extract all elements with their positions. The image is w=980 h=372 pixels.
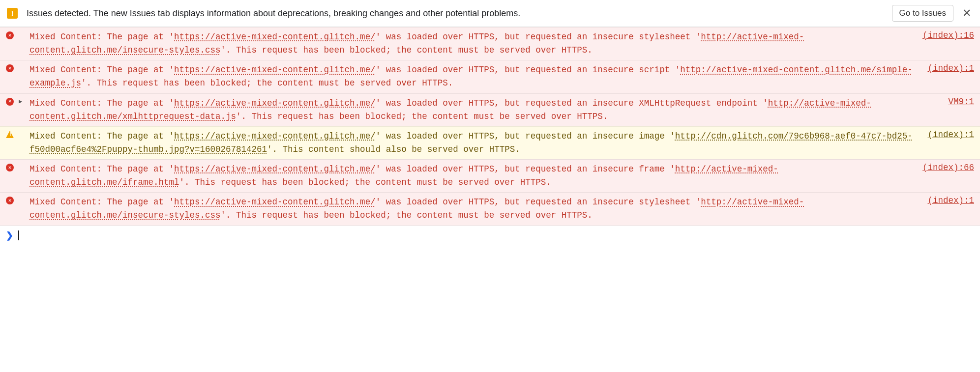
expand-toggle[interactable]: ▶ [19, 97, 26, 105]
source-link[interactable]: (index):1 [927, 196, 974, 205]
url-link[interactable]: http://active-mixed-content.glitch.me/si… [30, 65, 913, 88]
error-icon: ✕ [5, 30, 15, 39]
console-row: ✕Mixed Content: The page at 'https://act… [0, 192, 980, 225]
expand-toggle [19, 130, 26, 131]
console-row: ✕Mixed Content: The page at 'https://act… [0, 27, 980, 60]
expand-toggle [19, 63, 26, 64]
url-link[interactable]: http://active-mixed-content.glitch.me/xm… [30, 98, 871, 121]
console-input[interactable] [24, 230, 974, 240]
issues-bar: ! Issues detected. The new Issues tab di… [0, 0, 980, 27]
source-link[interactable]: (index):16 [922, 30, 974, 40]
error-icon: ✕ [5, 63, 15, 72]
expand-toggle [19, 196, 26, 197]
issues-badge-icon: ! [7, 8, 18, 19]
expand-toggle [19, 163, 26, 164]
url-link[interactable]: http://cdn.glitch.com/79c6b968-aef0-47c7… [30, 131, 913, 154]
close-issues-bar-button[interactable]: ✕ [960, 8, 973, 19]
url-link[interactable]: https://active-mixed-content.glitch.me/ [174, 131, 376, 141]
console-row: Mixed Content: The page at 'https://acti… [0, 126, 980, 159]
url-link[interactable]: http://active-mixed-content.glitch.me/in… [30, 197, 804, 220]
error-icon: ✕ [5, 97, 15, 106]
error-icon: ✕ [5, 163, 15, 172]
console-row: ✕▶Mixed Content: The page at 'https://ac… [0, 93, 980, 126]
console-message: Mixed Content: The page at 'https://acti… [30, 97, 944, 123]
url-link[interactable]: http://active-mixed-content.glitch.me/if… [30, 164, 778, 187]
console-prompt[interactable]: ❯ [0, 226, 980, 245]
console-log: ✕Mixed Content: The page at 'https://act… [0, 27, 980, 226]
console-row: ✕Mixed Content: The page at 'https://act… [0, 159, 980, 192]
prompt-caret-icon: ❯ [6, 230, 13, 241]
url-link[interactable]: http://active-mixed-content.glitch.me/in… [30, 32, 804, 55]
url-link[interactable]: https://active-mixed-content.glitch.me/ [174, 164, 376, 174]
source-link[interactable]: (index):1 [927, 130, 974, 140]
warning-icon [5, 130, 15, 138]
issues-bar-left: ! Issues detected. The new Issues tab di… [7, 8, 885, 19]
console-message: Mixed Content: The page at 'https://acti… [30, 63, 923, 90]
issues-bar-text: Issues detected. The new Issues tab disp… [27, 8, 520, 19]
console-message: Mixed Content: The page at 'https://acti… [30, 163, 919, 189]
console-row: ✕Mixed Content: The page at 'https://act… [0, 60, 980, 93]
go-to-issues-button[interactable]: Go to Issues [892, 5, 953, 22]
console-message: Mixed Content: The page at 'https://acti… [30, 130, 923, 156]
url-link[interactable]: https://active-mixed-content.glitch.me/ [174, 32, 376, 42]
error-icon: ✕ [5, 196, 15, 204]
expand-toggle [19, 30, 26, 31]
text-cursor [18, 230, 19, 240]
console-message: Mixed Content: The page at 'https://acti… [30, 30, 919, 57]
console-message: Mixed Content: The page at 'https://acti… [30, 196, 923, 222]
url-link[interactable]: https://active-mixed-content.glitch.me/ [174, 98, 376, 108]
source-link[interactable]: (index):66 [922, 163, 974, 172]
url-link[interactable]: https://active-mixed-content.glitch.me/ [174, 65, 376, 75]
source-link[interactable]: (index):1 [927, 63, 974, 73]
url-link[interactable]: https://active-mixed-content.glitch.me/ [174, 197, 376, 207]
source-link[interactable]: VM9:1 [948, 97, 974, 107]
